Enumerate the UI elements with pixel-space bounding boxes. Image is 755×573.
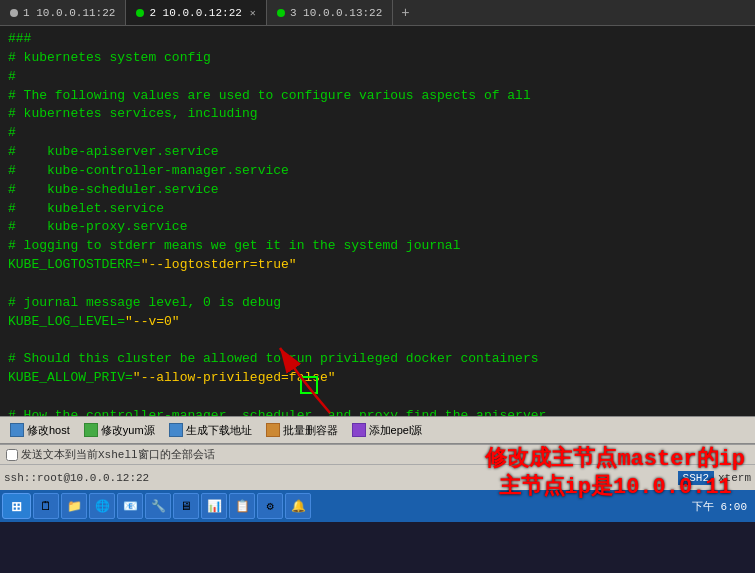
- status-bar: 发送文本到当前Xshell窗口的全部会话: [0, 444, 755, 464]
- line-16: KUBE_LOG_LEVEL="--v=0": [8, 313, 747, 332]
- line-20: [8, 388, 747, 407]
- line-1: ###: [8, 30, 747, 49]
- btn-generate-url[interactable]: 生成下载地址: [163, 421, 258, 440]
- ssh-info: ssh::root@10.0.0.12:22: [4, 472, 149, 484]
- tab1-dot: [10, 9, 18, 17]
- toolbar: 修改host 修改yum源 生成下载地址 批量删容器 添加epel源: [0, 416, 755, 444]
- taskbar-clock: 下午 6:00: [686, 499, 753, 514]
- send-all-label: 发送文本到当前Xshell窗口的全部会话: [21, 447, 215, 462]
- tab1-label: 1 10.0.0.11:22: [23, 7, 115, 19]
- taskbar-icon-6[interactable]: 🖥: [173, 493, 199, 519]
- line-5: # kubernetes services, including: [8, 105, 747, 124]
- line-14: [8, 275, 747, 294]
- btn-modify-yum[interactable]: 修改yum源: [78, 421, 161, 440]
- btn-yum-label: 修改yum源: [101, 423, 155, 438]
- line-7: # kube-apiserver.service: [8, 143, 747, 162]
- tab2-dot: [136, 9, 144, 17]
- line-15: # journal message level, 0 is debug: [8, 294, 747, 313]
- taskbar-icon-2[interactable]: 📁: [61, 493, 87, 519]
- btn-url-icon: [169, 423, 183, 437]
- line-11: # kube-proxy.service: [8, 218, 747, 237]
- line-3: #: [8, 68, 747, 87]
- line-17: [8, 332, 747, 351]
- bottom-bar: ssh::root@10.0.0.12:22 SSH2 xterm: [0, 464, 755, 490]
- btn-delete-icon: [266, 423, 280, 437]
- xterm-label: xterm: [718, 472, 751, 484]
- taskbar-icon-3[interactable]: 🌐: [89, 493, 115, 519]
- taskbar-icon-9[interactable]: ⚙: [257, 493, 283, 519]
- tab2-close-icon[interactable]: ✕: [250, 7, 256, 19]
- taskbar-icon-7[interactable]: 📊: [201, 493, 227, 519]
- taskbar: ⊞ 🗒 📁 🌐 📧 🔧 🖥 📊 📋 ⚙ 🔔 下午 6:00: [0, 490, 755, 522]
- btn-epel-label: 添加epel源: [369, 423, 423, 438]
- line-21: # How the controller-manager, scheduler,…: [8, 407, 747, 416]
- tab3-label: 3 10.0.0.13:22: [290, 7, 382, 19]
- ssh2-badge: SSH2: [678, 471, 714, 485]
- taskbar-icon-10[interactable]: 🔔: [285, 493, 311, 519]
- start-button[interactable]: ⊞: [2, 493, 31, 519]
- line-6: #: [8, 124, 747, 143]
- tab-add-button[interactable]: +: [393, 5, 417, 21]
- line-12: # logging to stderr means we get it in t…: [8, 237, 747, 256]
- btn-delete-label: 批量删容器: [283, 423, 338, 438]
- send-all-checkbox-input[interactable]: [6, 449, 18, 461]
- terminal-area[interactable]: ### # kubernetes system config # # The f…: [0, 26, 755, 416]
- line-2: # kubernetes system config: [8, 49, 747, 68]
- tab-1[interactable]: 1 10.0.0.11:22: [0, 0, 126, 25]
- line-8: # kube-controller-manager.service: [8, 162, 747, 181]
- btn-yum-icon: [84, 423, 98, 437]
- line-10: # kubelet.service: [8, 200, 747, 219]
- taskbar-icon-1[interactable]: 🗒: [33, 493, 59, 519]
- tab3-dot: [277, 9, 285, 17]
- line-9: # kube-scheduler.service: [8, 181, 747, 200]
- tab-2[interactable]: 2 10.0.0.12:22 ✕: [126, 0, 266, 25]
- line-19: KUBE_ALLOW_PRIV="--allow-privileged=fals…: [8, 369, 747, 388]
- btn-url-label: 生成下载地址: [186, 423, 252, 438]
- tab-3[interactable]: 3 10.0.0.13:22: [267, 0, 393, 25]
- taskbar-icon-5[interactable]: 🔧: [145, 493, 171, 519]
- tab2-label: 2 10.0.0.12:22: [149, 7, 241, 19]
- tab-bar: 1 10.0.0.11:22 2 10.0.0.12:22 ✕ 3 10.0.0…: [0, 0, 755, 26]
- btn-add-epel[interactable]: 添加epel源: [346, 421, 429, 440]
- line-18: # Should this cluster be allowed to run …: [8, 350, 747, 369]
- line-4: # The following values are used to confi…: [8, 87, 747, 106]
- send-all-sessions-checkbox[interactable]: 发送文本到当前Xshell窗口的全部会话: [6, 447, 215, 462]
- line-13: KUBE_LOGTOSTDERR="--logtostderr=true": [8, 256, 747, 275]
- taskbar-icon-8[interactable]: 📋: [229, 493, 255, 519]
- btn-batch-delete[interactable]: 批量删容器: [260, 421, 344, 440]
- taskbar-icon-4[interactable]: 📧: [117, 493, 143, 519]
- btn-epel-icon: [352, 423, 366, 437]
- btn-host-label: 修改host: [27, 423, 70, 438]
- btn-host-icon: [10, 423, 24, 437]
- btn-modify-host[interactable]: 修改host: [4, 421, 76, 440]
